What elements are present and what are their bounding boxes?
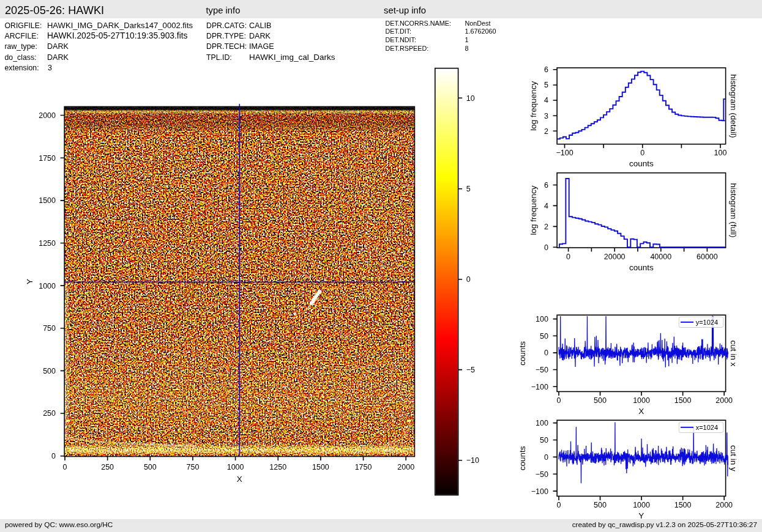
- svg-text:ORIGFILE:: ORIGFILE:: [5, 21, 42, 30]
- svg-text:0: 0: [63, 463, 67, 471]
- svg-text:−10: −10: [466, 456, 479, 465]
- svg-text:counts: counts: [518, 341, 527, 366]
- svg-text:0: 0: [466, 275, 471, 284]
- svg-text:do_class:: do_class:: [5, 53, 37, 62]
- svg-text:50: 50: [540, 436, 548, 445]
- svg-text:100: 100: [714, 149, 727, 157]
- svg-text:1000: 1000: [39, 282, 56, 290]
- svg-text:DARK: DARK: [47, 53, 69, 62]
- svg-text:2000: 2000: [715, 396, 733, 405]
- svg-text:counts: counts: [629, 263, 654, 272]
- svg-text:1000: 1000: [633, 501, 650, 509]
- svg-text:DPR.TYPE:: DPR.TYPE:: [206, 32, 246, 40]
- svg-text:1250: 1250: [39, 239, 56, 248]
- svg-text:60000: 60000: [697, 253, 718, 261]
- svg-text:x=1024: x=1024: [696, 424, 718, 431]
- svg-text:0: 0: [557, 501, 561, 509]
- svg-text:1250: 1250: [269, 463, 286, 471]
- svg-text:250: 250: [43, 409, 56, 418]
- svg-text:counts: counts: [518, 446, 527, 470]
- svg-text:DPR.CATG:: DPR.CATG:: [206, 21, 247, 30]
- svg-text:−50: −50: [536, 366, 548, 374]
- svg-text:500: 500: [594, 396, 607, 405]
- svg-text:powered by QC: www.eso.org/HC: powered by QC: www.eso.org/HC: [5, 520, 113, 529]
- svg-text:IMAGE: IMAGE: [249, 42, 274, 51]
- svg-text:histogram (detail): histogram (detail): [729, 74, 738, 138]
- svg-text:set-up info: set-up info: [384, 6, 426, 15]
- svg-text:250: 250: [101, 463, 114, 471]
- svg-text:750: 750: [43, 324, 56, 333]
- svg-text:1500: 1500: [39, 196, 56, 205]
- svg-text:8: 8: [465, 45, 469, 52]
- svg-text:−100: −100: [531, 487, 548, 496]
- svg-text:histogram (full): histogram (full): [729, 183, 738, 237]
- svg-text:2000: 2000: [397, 463, 414, 471]
- svg-text:1500: 1500: [674, 501, 692, 509]
- svg-text:1.6762060: 1.6762060: [465, 28, 496, 35]
- svg-text:6: 6: [544, 181, 548, 190]
- svg-text:Y: Y: [26, 279, 35, 284]
- svg-text:cut in x: cut in x: [729, 340, 738, 366]
- svg-text:type info: type info: [206, 6, 241, 15]
- svg-text:4: 4: [544, 202, 548, 210]
- svg-text:DET.NCORRS.NAME:: DET.NCORRS.NAME:: [386, 20, 451, 27]
- svg-text:20000: 20000: [604, 253, 626, 261]
- svg-text:1500: 1500: [312, 463, 329, 471]
- svg-text:−100: −100: [531, 383, 548, 391]
- svg-text:1750: 1750: [39, 154, 56, 163]
- svg-text:3: 3: [48, 64, 52, 72]
- svg-text:1500: 1500: [674, 396, 692, 405]
- svg-text:−100: −100: [556, 149, 573, 157]
- svg-text:−5: −5: [466, 366, 475, 374]
- svg-text:DET.NDIT:: DET.NDIT:: [386, 36, 416, 43]
- svg-text:5: 5: [544, 81, 548, 89]
- svg-text:raw_type:: raw_type:: [5, 42, 37, 51]
- svg-text:0: 0: [544, 349, 548, 357]
- svg-text:10: 10: [466, 94, 475, 103]
- svg-text:Y: Y: [638, 511, 644, 520]
- svg-text:4: 4: [544, 96, 548, 105]
- svg-text:0: 0: [544, 243, 548, 252]
- svg-text:2000: 2000: [39, 111, 56, 120]
- svg-text:3: 3: [544, 112, 548, 120]
- svg-text:0: 0: [51, 452, 56, 460]
- svg-text:DARK: DARK: [249, 32, 271, 40]
- svg-text:created by qc_rawdisp.py v1.2.: created by qc_rawdisp.py v1.2.3 on 2025-…: [572, 520, 757, 529]
- svg-text:5: 5: [466, 185, 471, 193]
- svg-text:NonDest: NonDest: [465, 20, 491, 27]
- svg-text:counts: counts: [629, 159, 654, 168]
- svg-text:TPL.ID:: TPL.ID:: [206, 53, 232, 62]
- svg-text:2000: 2000: [715, 501, 733, 509]
- svg-text:DET.DIT:: DET.DIT:: [386, 28, 412, 35]
- svg-text:0: 0: [557, 396, 561, 405]
- svg-text:40000: 40000: [650, 253, 671, 261]
- svg-text:750: 750: [187, 463, 200, 471]
- svg-text:cut in y: cut in y: [729, 445, 738, 471]
- svg-text:DET.RSPEED:: DET.RSPEED:: [386, 45, 429, 52]
- svg-text:1000: 1000: [633, 396, 650, 405]
- svg-text:CALIB: CALIB: [249, 21, 271, 30]
- svg-text:extension:: extension:: [5, 64, 39, 72]
- svg-text:X: X: [638, 407, 644, 416]
- svg-text:0: 0: [640, 149, 644, 157]
- svg-text:DARK: DARK: [47, 42, 69, 51]
- svg-text:500: 500: [144, 463, 157, 471]
- svg-text:1: 1: [465, 36, 469, 43]
- svg-text:HAWKI.2025-05-27T10:19:35.903.: HAWKI.2025-05-27T10:19:35.903.fits: [47, 31, 188, 40]
- svg-text:1000: 1000: [227, 463, 244, 471]
- svg-text:2: 2: [544, 127, 548, 136]
- svg-text:log frequency: log frequency: [529, 185, 538, 235]
- svg-text:2025-05-26: HAWKI: 2025-05-26: HAWKI: [5, 4, 104, 17]
- svg-text:1750: 1750: [355, 463, 372, 471]
- svg-text:100: 100: [536, 315, 548, 323]
- svg-text:y=1024: y=1024: [696, 319, 718, 326]
- svg-text:DPR.TECH:: DPR.TECH:: [206, 42, 247, 51]
- svg-text:100: 100: [536, 419, 548, 427]
- svg-text:ARCFILE:: ARCFILE:: [5, 32, 39, 40]
- svg-text:−50: −50: [536, 470, 548, 479]
- svg-text:0: 0: [544, 453, 548, 462]
- svg-text:500: 500: [43, 367, 56, 375]
- svg-text:HAWKI_IMG_DARK_Darks147_0002.f: HAWKI_IMG_DARK_Darks147_0002.fits: [47, 21, 193, 30]
- svg-text:HAWKI_img_cal_Darks: HAWKI_img_cal_Darks: [249, 53, 335, 62]
- svg-text:X: X: [237, 475, 242, 484]
